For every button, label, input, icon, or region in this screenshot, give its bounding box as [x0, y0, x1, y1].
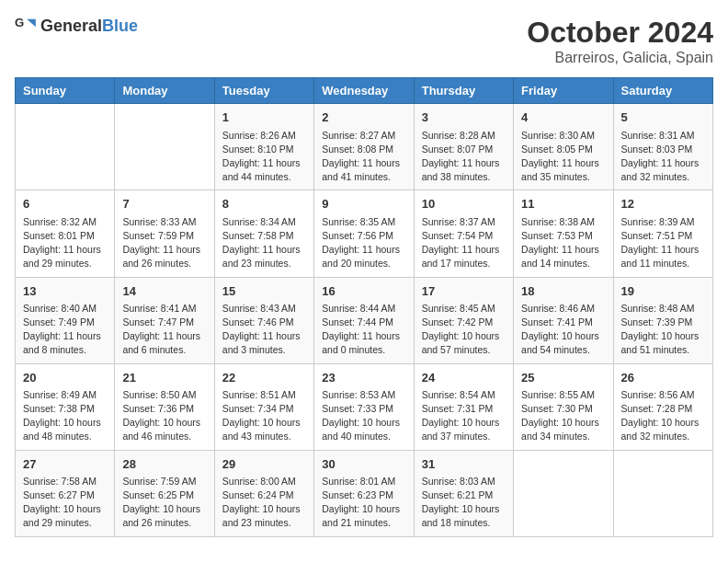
- header-saturday: Saturday: [613, 78, 712, 104]
- calendar-cell: 2Sunrise: 8:27 AM Sunset: 8:08 PM Daylig…: [314, 104, 414, 190]
- day-info: Sunrise: 8:38 AM Sunset: 7:53 PM Dayligh…: [521, 215, 605, 271]
- day-number: 26: [621, 370, 705, 386]
- day-number: 16: [322, 283, 405, 300]
- day-info: Sunrise: 8:37 AM Sunset: 7:54 PM Dayligh…: [422, 215, 506, 271]
- calendar-cell: 29Sunrise: 8:00 AM Sunset: 6:24 PM Dayli…: [214, 450, 313, 536]
- calendar-cell: 19Sunrise: 8:48 AM Sunset: 7:39 PM Dayli…: [613, 277, 712, 363]
- calendar-cell: 3Sunrise: 8:28 AM Sunset: 8:07 PM Daylig…: [414, 104, 513, 190]
- calendar-header-row: Sunday Monday Tuesday Wednesday Thursday…: [16, 78, 713, 104]
- calendar-cell: 9Sunrise: 8:35 AM Sunset: 7:56 PM Daylig…: [314, 190, 414, 277]
- day-number: 5: [621, 109, 705, 126]
- calendar-cell: 10Sunrise: 8:37 AM Sunset: 7:54 PM Dayli…: [414, 190, 513, 277]
- day-number: 1: [222, 109, 306, 126]
- header-sunday: Sunday: [16, 78, 115, 104]
- day-number: 23: [322, 370, 405, 386]
- day-info: Sunrise: 8:43 AM Sunset: 7:46 PM Dayligh…: [222, 302, 306, 358]
- calendar-cell: 11Sunrise: 8:38 AM Sunset: 7:53 PM Dayli…: [514, 190, 613, 277]
- calendar-cell: 20Sunrise: 8:49 AM Sunset: 7:38 PM Dayli…: [16, 363, 115, 450]
- calendar-cell: 18Sunrise: 8:46 AM Sunset: 7:41 PM Dayli…: [514, 277, 613, 363]
- svg-marker-1: [27, 19, 36, 27]
- calendar-cell: [613, 450, 712, 536]
- day-number: 13: [23, 283, 107, 300]
- day-info: Sunrise: 8:44 AM Sunset: 7:44 PM Dayligh…: [322, 302, 405, 358]
- day-info: Sunrise: 8:30 AM Sunset: 8:05 PM Dayligh…: [521, 129, 605, 185]
- day-number: 17: [422, 283, 506, 300]
- day-info: Sunrise: 8:28 AM Sunset: 8:07 PM Dayligh…: [422, 129, 506, 185]
- day-number: 20: [23, 370, 107, 386]
- day-number: 12: [621, 196, 705, 213]
- day-info: Sunrise: 8:01 AM Sunset: 6:23 PM Dayligh…: [322, 475, 405, 531]
- day-info: Sunrise: 8:26 AM Sunset: 8:10 PM Dayligh…: [222, 129, 306, 185]
- calendar-cell: 7Sunrise: 8:33 AM Sunset: 7:59 PM Daylig…: [115, 190, 214, 277]
- day-info: Sunrise: 8:39 AM Sunset: 7:51 PM Dayligh…: [621, 215, 705, 271]
- calendar-table: Sunday Monday Tuesday Wednesday Thursday…: [15, 77, 713, 536]
- calendar-cell: 31Sunrise: 8:03 AM Sunset: 6:21 PM Dayli…: [414, 450, 513, 536]
- day-number: 14: [122, 283, 206, 300]
- day-info: Sunrise: 8:00 AM Sunset: 6:24 PM Dayligh…: [222, 475, 306, 531]
- logo-icon: G: [15, 15, 37, 37]
- day-number: 25: [521, 370, 605, 386]
- day-number: 3: [422, 109, 506, 126]
- day-info: Sunrise: 8:03 AM Sunset: 6:21 PM Dayligh…: [422, 475, 506, 531]
- day-info: Sunrise: 8:33 AM Sunset: 7:59 PM Dayligh…: [122, 215, 206, 271]
- day-info: Sunrise: 8:40 AM Sunset: 7:49 PM Dayligh…: [23, 302, 107, 358]
- day-number: 7: [122, 196, 206, 213]
- calendar-cell: 24Sunrise: 8:54 AM Sunset: 7:31 PM Dayli…: [414, 363, 513, 450]
- day-number: 19: [621, 283, 705, 300]
- day-number: 15: [222, 283, 306, 300]
- title-area: October 2024 Barreiros, Galicia, Spain: [527, 15, 713, 66]
- day-info: Sunrise: 8:55 AM Sunset: 7:30 PM Dayligh…: [521, 388, 605, 444]
- calendar-week-2: 13Sunrise: 8:40 AM Sunset: 7:49 PM Dayli…: [16, 277, 713, 363]
- day-info: Sunrise: 8:41 AM Sunset: 7:47 PM Dayligh…: [122, 302, 206, 358]
- day-number: 22: [222, 370, 306, 386]
- page-header: G GeneralBlue October 2024 Barreiros, Ga…: [15, 15, 713, 66]
- calendar-cell: 17Sunrise: 8:45 AM Sunset: 7:42 PM Dayli…: [414, 277, 513, 363]
- calendar-cell: 25Sunrise: 8:55 AM Sunset: 7:30 PM Dayli…: [514, 363, 613, 450]
- calendar-cell: [115, 104, 214, 190]
- day-info: Sunrise: 8:27 AM Sunset: 8:08 PM Dayligh…: [322, 129, 405, 185]
- logo: G GeneralBlue: [15, 15, 138, 37]
- calendar-week-0: 1Sunrise: 8:26 AM Sunset: 8:10 PM Daylig…: [16, 104, 713, 190]
- header-monday: Monday: [115, 78, 214, 104]
- calendar-cell: 23Sunrise: 8:53 AM Sunset: 7:33 PM Dayli…: [314, 363, 414, 450]
- header-friday: Friday: [514, 78, 613, 104]
- day-info: Sunrise: 8:45 AM Sunset: 7:42 PM Dayligh…: [422, 302, 506, 358]
- calendar-week-3: 20Sunrise: 8:49 AM Sunset: 7:38 PM Dayli…: [16, 363, 713, 450]
- day-number: 30: [322, 456, 405, 473]
- day-number: 18: [521, 283, 605, 300]
- calendar-cell: 5Sunrise: 8:31 AM Sunset: 8:03 PM Daylig…: [613, 104, 712, 190]
- day-info: Sunrise: 8:32 AM Sunset: 8:01 PM Dayligh…: [23, 215, 107, 271]
- location-title: Barreiros, Galicia, Spain: [527, 50, 713, 66]
- day-info: Sunrise: 8:48 AM Sunset: 7:39 PM Dayligh…: [621, 302, 705, 358]
- day-number: 28: [122, 456, 206, 473]
- day-number: 27: [23, 456, 107, 473]
- calendar-cell: [514, 450, 613, 536]
- day-number: 10: [422, 196, 506, 213]
- day-number: 9: [322, 196, 405, 213]
- calendar-cell: 8Sunrise: 8:34 AM Sunset: 7:58 PM Daylig…: [214, 190, 313, 277]
- logo-general: GeneralBlue: [40, 17, 138, 36]
- month-title: October 2024: [527, 15, 713, 50]
- header-wednesday: Wednesday: [314, 78, 414, 104]
- calendar-cell: 28Sunrise: 7:59 AM Sunset: 6:25 PM Dayli…: [115, 450, 214, 536]
- day-info: Sunrise: 8:56 AM Sunset: 7:28 PM Dayligh…: [621, 388, 705, 444]
- day-info: Sunrise: 8:50 AM Sunset: 7:36 PM Dayligh…: [122, 388, 206, 444]
- day-info: Sunrise: 8:49 AM Sunset: 7:38 PM Dayligh…: [23, 388, 107, 444]
- day-number: 21: [122, 370, 206, 386]
- day-info: Sunrise: 8:53 AM Sunset: 7:33 PM Dayligh…: [322, 388, 405, 444]
- calendar-cell: 4Sunrise: 8:30 AM Sunset: 8:05 PM Daylig…: [514, 104, 613, 190]
- header-tuesday: Tuesday: [214, 78, 313, 104]
- calendar-cell: 21Sunrise: 8:50 AM Sunset: 7:36 PM Dayli…: [115, 363, 214, 450]
- day-info: Sunrise: 8:46 AM Sunset: 7:41 PM Dayligh…: [521, 302, 605, 358]
- day-info: Sunrise: 8:35 AM Sunset: 7:56 PM Dayligh…: [322, 215, 405, 271]
- day-info: Sunrise: 7:59 AM Sunset: 6:25 PM Dayligh…: [122, 475, 206, 531]
- calendar-cell: 14Sunrise: 8:41 AM Sunset: 7:47 PM Dayli…: [115, 277, 214, 363]
- day-number: 2: [322, 109, 405, 126]
- calendar-week-4: 27Sunrise: 7:58 AM Sunset: 6:27 PM Dayli…: [16, 450, 713, 536]
- header-thursday: Thursday: [414, 78, 513, 104]
- day-number: 31: [422, 456, 506, 473]
- day-info: Sunrise: 7:58 AM Sunset: 6:27 PM Dayligh…: [23, 475, 107, 531]
- svg-text:G: G: [15, 16, 24, 29]
- day-number: 4: [521, 109, 605, 126]
- day-number: 8: [222, 196, 306, 213]
